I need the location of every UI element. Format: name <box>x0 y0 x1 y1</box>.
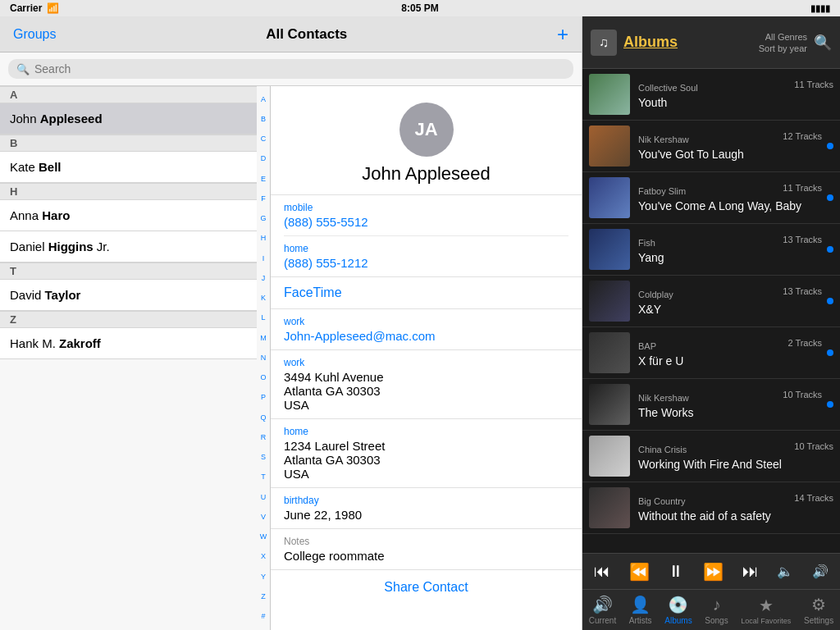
alpha-m[interactable]: M <box>260 334 267 343</box>
detail-birthday-section: birthday June 22, 1980 <box>271 488 582 529</box>
alpha-index: A B C D E F G H I J K L M N O P Q R S T <box>257 86 270 630</box>
add-contact-button[interactable]: + <box>557 23 568 46</box>
music-panel: ♫ Albums All Genres Sort by year 🔍 Colle… <box>582 16 840 630</box>
volume-high-icon[interactable]: 🔊 <box>807 560 833 582</box>
title-coldplay: X&Y <box>638 303 822 316</box>
alpha-s[interactable]: S <box>261 453 266 462</box>
birthday-label: birthday <box>284 495 568 506</box>
alpha-u[interactable]: U <box>261 493 267 502</box>
alpha-hash[interactable]: # <box>261 612 265 621</box>
songs-label: Songs <box>705 616 728 625</box>
mobile-value[interactable]: (888) 555-5512 <box>284 215 568 229</box>
album-nik-kershaw-2[interactable]: Nik Kershaw 10 Tracks The Works <box>582 379 840 431</box>
rewind-button[interactable]: ⏪ <box>624 559 655 585</box>
alpha-k[interactable]: K <box>261 294 266 303</box>
album-art-china-crisis <box>589 436 630 477</box>
album-coldplay[interactable]: Coldplay 13 Tracks X&Y <box>582 276 840 327</box>
tracks-coldplay: 13 Tracks <box>783 286 822 296</box>
contact-hank-zakroff[interactable]: Hank M. Zakroff <box>0 328 257 359</box>
email-label: work <box>284 316 568 327</box>
all-genres-label[interactable]: All Genres <box>765 32 807 42</box>
detail-name: John Appleseed <box>362 163 491 185</box>
detail-birthday-field: birthday June 22, 1980 <box>284 488 568 528</box>
album-big-country[interactable]: Big Country 14 Tracks Without the aid of… <box>582 482 840 534</box>
contact-john-appleseed[interactable]: John Appleseed <box>0 103 257 135</box>
nav-artists[interactable]: 👤 Artists <box>629 595 652 625</box>
dot-fatboy-slim <box>827 194 833 201</box>
nav-songs[interactable]: ♪ Songs <box>705 596 728 625</box>
album-collective-soul[interactable]: Collective Soul 11 Tracks Youth <box>582 69 840 121</box>
alpha-r[interactable]: R <box>261 433 267 442</box>
alpha-p[interactable]: P <box>261 393 266 402</box>
tracks-fish: 13 Tracks <box>783 235 822 244</box>
alpha-w[interactable]: W <box>260 532 267 541</box>
search-input[interactable] <box>34 62 565 75</box>
local-favorites-icon: ★ <box>759 596 774 615</box>
dot-fish <box>827 246 833 253</box>
skip-forward-button[interactable]: ⏭ <box>737 559 764 584</box>
alpha-f[interactable]: F <box>261 194 266 203</box>
contact-daniel-higgins[interactable]: Daniel Higgins Jr. <box>0 231 257 262</box>
pause-button[interactable]: ⏸ <box>663 559 689 584</box>
sort-by-year-label[interactable]: Sort by year <box>759 43 807 53</box>
alpha-a[interactable]: A <box>261 95 266 104</box>
alpha-v[interactable]: V <box>261 513 266 522</box>
album-nik-kershaw-1[interactable]: Nik Kershaw 12 Tracks You've Got To Laug… <box>582 121 840 172</box>
dot-nik-kershaw-2 <box>827 401 833 408</box>
title-nik-kershaw-1: You've Got To Laugh <box>638 148 822 161</box>
alpha-h[interactable]: H <box>261 234 267 243</box>
groups-button[interactable]: Groups <box>13 27 56 42</box>
album-fish[interactable]: Fish 13 Tracks Yang <box>582 224 840 276</box>
home-phone-value[interactable]: (888) 555-1212 <box>284 256 568 270</box>
album-bap[interactable]: BAP 2 Tracks X für e U <box>582 327 840 379</box>
alpha-l[interactable]: L <box>261 313 265 322</box>
nav-settings[interactable]: ⚙ Settings <box>804 595 833 625</box>
album-list: Collective Soul 11 Tracks Youth Nik Kers… <box>582 69 840 553</box>
status-right: ▮▮▮▮ <box>810 3 830 14</box>
alpha-o[interactable]: O <box>260 373 266 382</box>
wifi-icon: 📶 <box>47 2 59 14</box>
songs-icon: ♪ <box>712 596 720 614</box>
alpha-e[interactable]: E <box>261 175 266 184</box>
album-art-bap <box>589 332 630 373</box>
alpha-c[interactable]: C <box>261 135 267 144</box>
nav-current[interactable]: 🔊 Current <box>589 595 616 625</box>
alpha-d[interactable]: D <box>261 154 267 163</box>
alpha-t[interactable]: T <box>261 472 266 482</box>
home-address-line2: Atlanta GA 30303 <box>284 453 568 467</box>
album-china-crisis[interactable]: China Crisis 10 Tracks Working With Fire… <box>582 431 840 482</box>
home-address-line3: USA <box>284 467 568 481</box>
fast-forward-button[interactable]: ⏩ <box>698 559 728 585</box>
alpha-y[interactable]: Y <box>261 573 266 582</box>
contact-david-taylor[interactable]: David Taylor <box>0 280 257 311</box>
work-address-line3: USA <box>284 398 568 412</box>
alpha-q[interactable]: Q <box>260 413 266 422</box>
music-icon-char: ♫ <box>599 35 609 50</box>
alpha-g[interactable]: G <box>260 214 266 223</box>
detail-email-section: work John-Appleseed@mac.com <box>271 309 582 350</box>
contacts-panel: Groups All Contacts + 🔍 A John Appleseed… <box>0 16 582 630</box>
nav-local-favorites[interactable]: ★ Local Favorites <box>741 596 791 625</box>
alpha-b[interactable]: B <box>261 115 266 124</box>
album-art-nik-kershaw-2 <box>589 384 630 425</box>
contact-kate-bell[interactable]: Kate Bell <box>0 152 257 183</box>
alpha-i[interactable]: I <box>262 254 265 263</box>
avatar: JA <box>399 103 454 157</box>
section-header-z: Z <box>0 311 257 328</box>
alpha-z[interactable]: Z <box>261 592 266 601</box>
email-value[interactable]: John-Appleseed@mac.com <box>284 329 568 343</box>
alpha-j[interactable]: J <box>262 274 266 283</box>
share-contact-button[interactable]: Share Contact <box>271 570 582 605</box>
detail-notes-section: Notes College roommate <box>271 529 582 570</box>
music-search-icon[interactable]: 🔍 <box>814 34 832 52</box>
alpha-n[interactable]: N <box>261 354 267 363</box>
facetime-button[interactable]: FaceTime <box>271 277 582 309</box>
detail-work-address-field: work 3494 Kuhl Avenue Atlanta GA 30303 U… <box>284 350 568 418</box>
album-fatboy-slim[interactable]: Fatboy Slim 11 Tracks You've Come A Long… <box>582 172 840 224</box>
skip-back-button[interactable]: ⏮ <box>589 559 615 584</box>
contact-anna-haro[interactable]: Anna Haro <box>0 200 257 231</box>
contacts-title: All Contacts <box>266 26 347 43</box>
music-header-right: All Genres Sort by year <box>759 32 807 53</box>
alpha-x[interactable]: X <box>261 552 266 561</box>
nav-albums[interactable]: 💿 Albums <box>664 595 692 625</box>
